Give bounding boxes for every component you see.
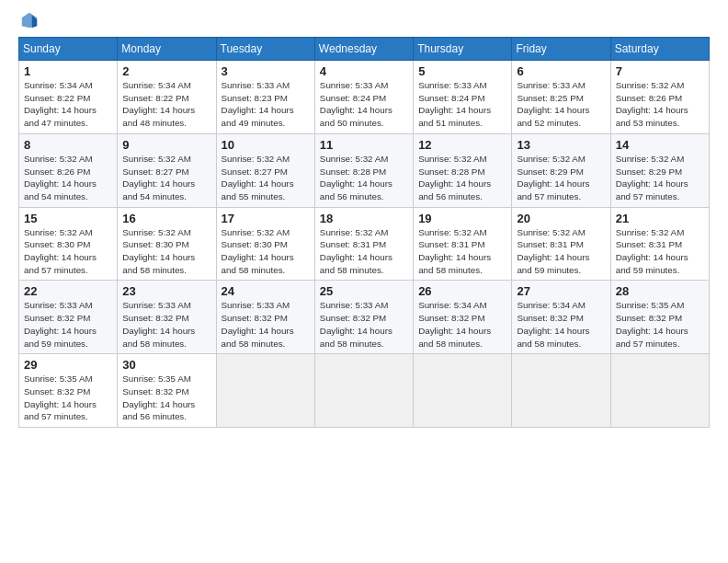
day-number: 5 — [418, 64, 506, 78]
day-number: 25 — [320, 284, 408, 298]
calendar-cell: 8Sunrise: 5:32 AMSunset: 8:26 PMDaylight… — [19, 133, 118, 207]
calendar-cell: 20Sunrise: 5:32 AMSunset: 8:31 PMDayligh… — [512, 207, 610, 281]
day-number: 18 — [320, 212, 408, 225]
calendar-header-friday: Friday — [512, 38, 610, 61]
calendar-week-row: 15Sunrise: 5:32 AMSunset: 8:30 PMDayligh… — [19, 207, 710, 281]
calendar-cell: 3Sunrise: 5:33 AMSunset: 8:23 PMDaylight… — [216, 61, 314, 134]
calendar-header-sunday: Sunday — [19, 38, 118, 61]
day-number: 27 — [517, 284, 605, 298]
day-info: Sunrise: 5:33 AMSunset: 8:23 PMDaylight:… — [222, 79, 310, 130]
calendar-cell: 25Sunrise: 5:33 AMSunset: 8:32 PMDayligh… — [314, 281, 413, 354]
calendar-cell: 6Sunrise: 5:33 AMSunset: 8:25 PMDaylight… — [512, 61, 610, 134]
calendar-cell: 21Sunrise: 5:32 AMSunset: 8:31 PMDayligh… — [610, 207, 709, 281]
day-info: Sunrise: 5:34 AMSunset: 8:32 PMDaylight:… — [418, 299, 506, 350]
calendar-cell: 26Sunrise: 5:34 AMSunset: 8:32 PMDayligh… — [414, 281, 512, 354]
day-info: Sunrise: 5:32 AMSunset: 8:31 PMDaylight:… — [616, 226, 704, 277]
day-info: Sunrise: 5:32 AMSunset: 8:30 PMDaylight:… — [24, 226, 112, 277]
day-number: 6 — [517, 64, 605, 78]
day-number: 7 — [616, 64, 704, 78]
day-info: Sunrise: 5:35 AMSunset: 8:32 PMDaylight:… — [616, 299, 704, 350]
calendar-cell: 27Sunrise: 5:34 AMSunset: 8:32 PMDayligh… — [512, 281, 610, 354]
calendar-cell: 28Sunrise: 5:35 AMSunset: 8:32 PMDayligh… — [610, 281, 709, 354]
day-info: Sunrise: 5:32 AMSunset: 8:28 PMDaylight:… — [320, 153, 408, 203]
day-info: Sunrise: 5:32 AMSunset: 8:31 PMDaylight:… — [418, 226, 506, 277]
calendar-cell — [216, 354, 314, 428]
day-number: 15 — [24, 212, 112, 225]
calendar-cell: 23Sunrise: 5:33 AMSunset: 8:32 PMDayligh… — [118, 281, 216, 354]
calendar-week-row: 22Sunrise: 5:33 AMSunset: 8:32 PMDayligh… — [19, 281, 710, 354]
calendar-cell: 7Sunrise: 5:32 AMSunset: 8:26 PMDaylight… — [610, 61, 709, 134]
day-number: 14 — [616, 138, 704, 152]
calendar-cell: 12Sunrise: 5:32 AMSunset: 8:28 PMDayligh… — [414, 133, 512, 207]
day-number: 11 — [320, 138, 408, 152]
calendar-cell: 2Sunrise: 5:34 AMSunset: 8:22 PMDaylight… — [118, 61, 216, 134]
calendar-cell: 16Sunrise: 5:32 AMSunset: 8:30 PMDayligh… — [118, 207, 216, 281]
calendar-cell — [314, 354, 413, 428]
day-info: Sunrise: 5:33 AMSunset: 8:32 PMDaylight:… — [24, 299, 112, 350]
day-info: Sunrise: 5:35 AMSunset: 8:32 PMDaylight:… — [24, 373, 112, 423]
calendar-header-monday: Monday — [118, 38, 216, 61]
day-number: 26 — [418, 284, 506, 298]
logo-icon — [20, 11, 39, 29]
day-info: Sunrise: 5:32 AMSunset: 8:30 PMDaylight:… — [222, 226, 310, 277]
logo — [18, 15, 39, 29]
day-number: 1 — [24, 64, 112, 78]
calendar-cell — [610, 354, 709, 428]
calendar-cell — [512, 354, 610, 428]
day-info: Sunrise: 5:32 AMSunset: 8:26 PMDaylight:… — [24, 153, 112, 203]
calendar-cell: 24Sunrise: 5:33 AMSunset: 8:32 PMDayligh… — [216, 281, 314, 354]
day-info: Sunrise: 5:33 AMSunset: 8:25 PMDaylight:… — [517, 79, 605, 130]
calendar-cell: 5Sunrise: 5:33 AMSunset: 8:24 PMDaylight… — [414, 61, 512, 134]
day-info: Sunrise: 5:32 AMSunset: 8:26 PMDaylight:… — [616, 79, 704, 130]
day-number: 23 — [122, 284, 210, 298]
day-info: Sunrise: 5:34 AMSunset: 8:32 PMDaylight:… — [517, 299, 605, 350]
calendar-cell: 17Sunrise: 5:32 AMSunset: 8:30 PMDayligh… — [216, 207, 314, 281]
calendar-cell — [414, 354, 512, 428]
day-info: Sunrise: 5:34 AMSunset: 8:22 PMDaylight:… — [122, 79, 210, 130]
calendar-header-tuesday: Tuesday — [216, 38, 314, 61]
day-number: 30 — [122, 358, 210, 372]
day-number: 9 — [122, 138, 210, 152]
day-info: Sunrise: 5:34 AMSunset: 8:22 PMDaylight:… — [24, 79, 112, 130]
calendar-table: SundayMondayTuesdayWednesdayThursdayFrid… — [18, 37, 710, 428]
calendar-week-row: 1Sunrise: 5:34 AMSunset: 8:22 PMDaylight… — [19, 61, 710, 134]
day-info: Sunrise: 5:32 AMSunset: 8:28 PMDaylight:… — [418, 153, 506, 203]
calendar-header-row: SundayMondayTuesdayWednesdayThursdayFrid… — [19, 38, 710, 61]
day-info: Sunrise: 5:32 AMSunset: 8:29 PMDaylight:… — [616, 153, 704, 203]
day-number: 19 — [418, 212, 506, 225]
day-info: Sunrise: 5:33 AMSunset: 8:32 PMDaylight:… — [122, 299, 210, 350]
day-number: 22 — [24, 284, 112, 298]
calendar-cell: 13Sunrise: 5:32 AMSunset: 8:29 PMDayligh… — [512, 133, 610, 207]
day-info: Sunrise: 5:33 AMSunset: 8:24 PMDaylight:… — [418, 79, 506, 130]
calendar-cell: 9Sunrise: 5:32 AMSunset: 8:27 PMDaylight… — [118, 133, 216, 207]
calendar-cell: 1Sunrise: 5:34 AMSunset: 8:22 PMDaylight… — [19, 61, 118, 134]
day-number: 12 — [418, 138, 506, 152]
day-number: 29 — [24, 358, 112, 372]
calendar-week-row: 8Sunrise: 5:32 AMSunset: 8:26 PMDaylight… — [19, 133, 710, 207]
day-info: Sunrise: 5:32 AMSunset: 8:27 PMDaylight:… — [122, 153, 210, 203]
calendar-cell: 10Sunrise: 5:32 AMSunset: 8:27 PMDayligh… — [216, 133, 314, 207]
day-info: Sunrise: 5:32 AMSunset: 8:30 PMDaylight:… — [122, 226, 210, 277]
day-info: Sunrise: 5:33 AMSunset: 8:24 PMDaylight:… — [320, 79, 408, 130]
day-info: Sunrise: 5:32 AMSunset: 8:31 PMDaylight:… — [320, 226, 408, 277]
day-number: 20 — [517, 212, 605, 225]
day-number: 3 — [222, 64, 310, 78]
day-number: 24 — [222, 284, 310, 298]
day-number: 21 — [616, 212, 704, 225]
calendar-cell: 4Sunrise: 5:33 AMSunset: 8:24 PMDaylight… — [314, 61, 413, 134]
calendar-cell: 14Sunrise: 5:32 AMSunset: 8:29 PMDayligh… — [610, 133, 709, 207]
calendar-cell: 30Sunrise: 5:35 AMSunset: 8:32 PMDayligh… — [118, 354, 216, 428]
calendar-cell: 18Sunrise: 5:32 AMSunset: 8:31 PMDayligh… — [314, 207, 413, 281]
day-info: Sunrise: 5:33 AMSunset: 8:32 PMDaylight:… — [320, 299, 408, 350]
calendar-week-row: 29Sunrise: 5:35 AMSunset: 8:32 PMDayligh… — [19, 354, 710, 428]
day-info: Sunrise: 5:33 AMSunset: 8:32 PMDaylight:… — [222, 299, 310, 350]
day-number: 16 — [122, 212, 210, 225]
day-number: 10 — [222, 138, 310, 152]
day-number: 28 — [616, 284, 704, 298]
calendar-cell: 11Sunrise: 5:32 AMSunset: 8:28 PMDayligh… — [314, 133, 413, 207]
calendar-header-thursday: Thursday — [414, 38, 512, 61]
day-info: Sunrise: 5:32 AMSunset: 8:29 PMDaylight:… — [517, 153, 605, 203]
day-info: Sunrise: 5:32 AMSunset: 8:27 PMDaylight:… — [222, 153, 310, 203]
calendar-header-saturday: Saturday — [610, 38, 709, 61]
day-number: 8 — [24, 138, 112, 152]
